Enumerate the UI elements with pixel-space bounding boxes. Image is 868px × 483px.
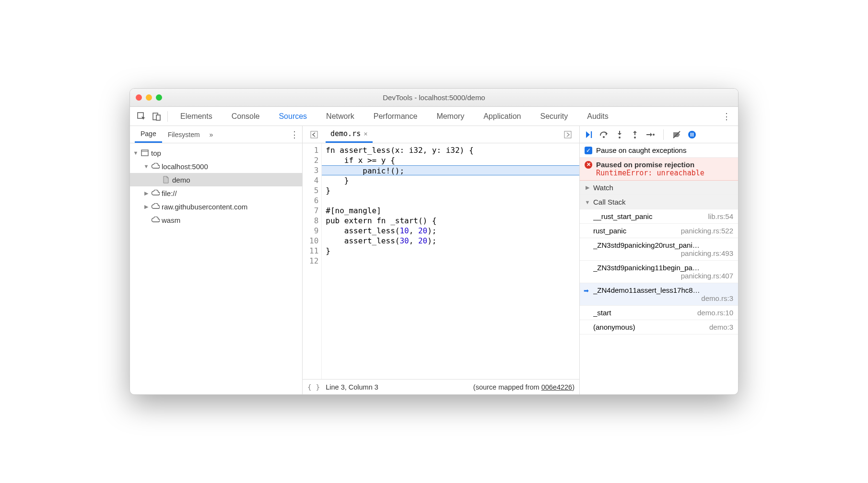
frame-name: rust_panic xyxy=(593,227,677,235)
svg-point-9 xyxy=(619,137,621,138)
error-icon: ✕ xyxy=(585,161,592,169)
divider xyxy=(167,111,168,122)
tab-performance[interactable]: Performance xyxy=(364,107,427,126)
checkbox-checked-icon[interactable]: ✓ xyxy=(585,147,592,154)
devtools-tabs: ElementsConsoleSourcesNetworkPerformance… xyxy=(130,107,738,126)
stack-frame[interactable]: rust_panicpanicking.rs:522 xyxy=(580,224,738,238)
tree-item[interactable]: ▶raw.githubusercontent.com xyxy=(130,200,302,213)
tab-memory[interactable]: Memory xyxy=(427,107,474,126)
code-line xyxy=(322,256,579,266)
code-line: assert_less(10, 20); xyxy=(322,226,579,236)
pause-exceptions-icon[interactable] xyxy=(687,129,697,140)
pause-caught-label: Pause on caught exceptions xyxy=(596,146,686,154)
file-tab-name: demo.rs xyxy=(330,129,361,138)
code-editor[interactable]: 123456789101112 fn assert_less(x: i32, y… xyxy=(303,143,579,379)
step-into-icon[interactable] xyxy=(614,129,625,140)
chevron-down-icon: ▼ xyxy=(585,199,590,205)
frame-name: _ZN4demo11assert_less17hc8… xyxy=(593,286,733,294)
svg-rect-2 xyxy=(156,115,160,120)
tree-item-label: file:// xyxy=(162,189,177,197)
tab-elements[interactable]: Elements xyxy=(171,107,222,126)
tree-item[interactable]: ▼top xyxy=(130,146,302,160)
close-file-icon[interactable]: × xyxy=(364,130,367,138)
code-line: } xyxy=(322,185,579,196)
source-map-link[interactable]: 006e4226 xyxy=(541,383,573,391)
pause-caught-row[interactable]: ✓ Pause on caught exceptions xyxy=(580,143,738,158)
tab-network[interactable]: Network xyxy=(317,107,364,126)
code-line: } xyxy=(322,175,579,185)
stack-frame[interactable]: __rust_start_paniclib.rs:54 xyxy=(580,209,738,224)
tree-item-label: demo xyxy=(172,176,190,184)
inspect-element-icon[interactable] xyxy=(134,109,149,124)
pretty-print-icon[interactable]: { } xyxy=(307,383,320,391)
file-tab-active[interactable]: demo.rs × xyxy=(326,126,373,143)
device-toolbar-icon[interactable] xyxy=(149,109,164,124)
twisty-icon: ▼ xyxy=(143,163,149,169)
frame-name: __rust_start_panic xyxy=(593,212,704,220)
twisty-icon: ▼ xyxy=(133,150,139,156)
code-line: assert_less(30, 20); xyxy=(322,236,579,246)
svg-rect-15 xyxy=(692,133,693,137)
frame-name: (anonymous) xyxy=(593,323,705,331)
tab-application[interactable]: Application xyxy=(474,107,530,126)
code-line: pub extern fn _start() { xyxy=(322,216,579,226)
titlebar: DevTools - localhost:5000/demo xyxy=(130,89,738,107)
stack-frame[interactable]: _ZN3std9panicking11begin_pa…panicking.rs… xyxy=(580,261,738,283)
watch-section[interactable]: ▶ Watch xyxy=(580,181,738,195)
tree-item-label: top xyxy=(151,149,161,157)
history-forward-icon[interactable] xyxy=(560,127,575,142)
frame-loc: demo.rs:10 xyxy=(697,309,733,317)
tab-sources[interactable]: Sources xyxy=(269,107,317,126)
code-line: fn assert_less(x: i32, y: i32) { xyxy=(322,145,579,155)
code-line: panic!(); xyxy=(322,165,579,175)
debugger-panel: ✓ Pause on caught exceptions ✕ Paused on… xyxy=(580,126,738,394)
step-icon[interactable] xyxy=(645,129,656,140)
cloud-icon xyxy=(151,202,160,211)
stack-frame[interactable]: _ZN3std9panicking20rust_pani…panicking.r… xyxy=(580,238,738,261)
cloud-icon xyxy=(151,162,160,171)
line-gutter: 123456789101112 xyxy=(303,143,322,379)
call-stack-list: __rust_start_paniclib.rs:54rust_panicpan… xyxy=(580,209,738,334)
svg-rect-7 xyxy=(591,131,592,138)
code-area[interactable]: fn assert_less(x: i32, y: i32) { if x >=… xyxy=(322,143,579,379)
history-back-icon[interactable] xyxy=(306,127,322,142)
frame-loc: panicking.rs:522 xyxy=(681,227,733,235)
tab-security[interactable]: Security xyxy=(530,107,577,126)
main-area: PageFilesystem » ⋮ ▼top▼localhost:5000de… xyxy=(130,126,738,394)
tree-item-label: localhost:5000 xyxy=(162,162,208,171)
frame-icon xyxy=(141,149,149,157)
step-over-icon[interactable] xyxy=(599,129,610,140)
frame-name: _ZN3std9panicking11begin_pa… xyxy=(593,264,733,272)
stack-frame[interactable]: _startdemo.rs:10 xyxy=(580,306,738,320)
twisty-icon: ▶ xyxy=(143,190,149,196)
tree-item[interactable]: wasm xyxy=(130,213,302,227)
stack-frame[interactable]: ➡_ZN4demo11assert_less17hc8…demo.rs:3 xyxy=(580,283,738,306)
tree-item[interactable]: demo xyxy=(130,173,302,186)
more-menu-icon[interactable]: ⋮ xyxy=(719,109,734,124)
file-icon xyxy=(162,175,170,184)
navigator-overflow[interactable]: » xyxy=(206,131,217,138)
devtools-window: DevTools - localhost:5000/demo ElementsC… xyxy=(129,88,739,395)
stack-frame[interactable]: (anonymous)demo:3 xyxy=(580,320,738,334)
file-tabs: demo.rs × xyxy=(303,126,579,143)
tab-console[interactable]: Console xyxy=(222,107,270,126)
debugger-controls xyxy=(580,126,738,143)
nav-tab-filesystem[interactable]: Filesystem xyxy=(162,126,206,143)
nav-tab-page[interactable]: Page xyxy=(135,126,162,143)
editor-status-bar: { } Line 3, Column 3 (source mapped from… xyxy=(303,379,579,394)
frame-loc: lib.rs:54 xyxy=(708,212,733,220)
deactivate-breakpoints-icon[interactable] xyxy=(671,129,682,140)
step-out-icon[interactable] xyxy=(630,129,640,140)
tree-item[interactable]: ▶file:// xyxy=(130,186,302,200)
tree-item[interactable]: ▼localhost:5000 xyxy=(130,160,302,173)
tab-audits[interactable]: Audits xyxy=(577,107,618,126)
navigator-more-icon[interactable]: ⋮ xyxy=(287,127,302,142)
cursor-position: Line 3, Column 3 xyxy=(326,383,378,391)
pause-banner-title: Paused on promise rejection xyxy=(596,161,694,169)
callstack-section[interactable]: ▼ Call Stack xyxy=(580,195,738,209)
code-line: } xyxy=(322,246,579,256)
svg-rect-6 xyxy=(564,131,571,138)
code-line: if x >= y { xyxy=(322,155,579,165)
resume-icon[interactable] xyxy=(584,129,594,140)
pause-banner: ✕ Paused on promise rejection RuntimeErr… xyxy=(580,158,738,181)
